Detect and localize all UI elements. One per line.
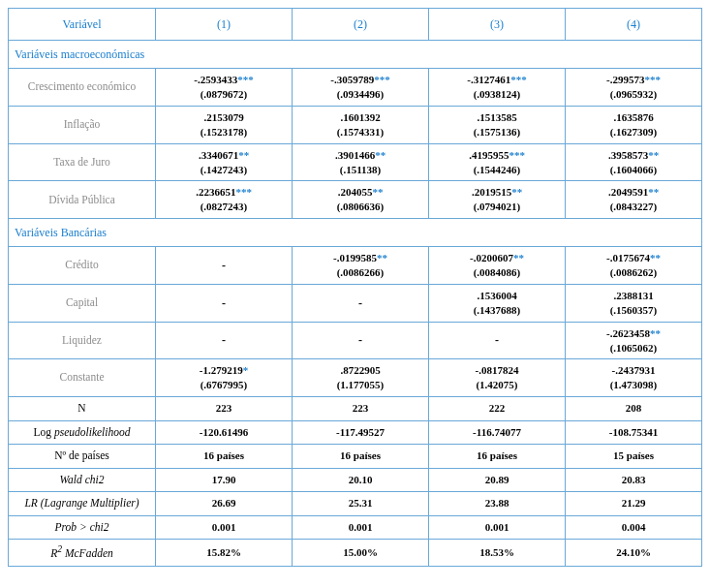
cell-lr-2: 25.31 <box>293 492 429 516</box>
cell-interest-2: .3901466**(.151138) <box>293 143 429 181</box>
cell-logpl-2: -117.49527 <box>293 420 429 445</box>
row-lr: LR (Lagrange Multiplier) 26.69 25.31 23.… <box>9 492 702 516</box>
cell-wald-1: 17.90 <box>156 468 293 492</box>
cell-capital-1: - <box>156 285 293 323</box>
row-credit: Crédito - -.0199585**(.0086266) -.020060… <box>9 247 702 285</box>
cell-interest-3: .4195955***(.1544246) <box>429 143 566 181</box>
section-bank-label: Variáveis Bancárias <box>9 219 702 247</box>
row-prob-label: Prob > chi2 <box>9 515 156 540</box>
row-logpl: Log pseudolikelihood -120.61496 -117.495… <box>9 420 702 445</box>
row-debt: Dívida Pública .2236651***(.0827243) .20… <box>9 181 702 219</box>
header-col-2: (2) <box>293 9 429 41</box>
cell-capital-3: .1536004(.1437688) <box>429 285 566 323</box>
cell-debt-1: .2236651***(.0827243) <box>156 181 293 219</box>
cell-logpl-1: -120.61496 <box>156 420 293 445</box>
cell-growth-4: -.299573***(.0965932) <box>566 69 702 107</box>
cell-debt-3: .2019515**(.0794021) <box>429 181 566 219</box>
cell-capital-4: .2388131(.1560357) <box>566 285 702 323</box>
cell-constant-3: -.0817824(1.42075) <box>429 359 566 397</box>
cell-inflation-1: .2153079(.1523178) <box>156 107 293 144</box>
cell-N-3: 222 <box>429 397 566 421</box>
header-col-4: (4) <box>566 9 702 41</box>
cell-inflation-3: .1513585(.1575136) <box>429 107 566 144</box>
row-growth: Crescimento económico -.2593433***(.0879… <box>9 69 702 107</box>
cell-countries-1: 16 países <box>156 445 293 469</box>
row-r2: R2 McFadden 15.82% 15.00% 18.53% 24.10% <box>9 540 702 566</box>
cell-debt-4: .2049591**(.0843227) <box>566 181 702 219</box>
row-credit-label: Crédito <box>9 247 156 285</box>
row-wald: Wald chi2 17.90 20.10 20.89 20.83 <box>9 468 702 492</box>
row-r2-label: R2 McFadden <box>9 540 156 566</box>
cell-prob-4: 0.004 <box>566 515 702 540</box>
section-bank: Variáveis Bancárias <box>9 219 702 247</box>
cell-credit-4: -.0175674**(.0086262) <box>566 247 702 285</box>
cell-liquidity-1: - <box>156 322 293 359</box>
row-prob: Prob > chi2 0.001 0.001 0.001 0.004 <box>9 515 702 540</box>
row-capital-label: Capital <box>9 285 156 323</box>
cell-constant-4: -.2437931(1.473098) <box>566 359 702 397</box>
cell-liquidity-3: - <box>429 322 566 359</box>
row-capital: Capital - - .1536004(.1437688) .2388131(… <box>9 285 702 323</box>
cell-N-1: 223 <box>156 397 293 421</box>
cell-logpl-4: -108.75341 <box>566 420 702 445</box>
row-inflation: Inflação .2153079(.1523178) .1601392(.15… <box>9 107 702 144</box>
row-constant-label: Constante <box>9 359 156 397</box>
cell-countries-2: 16 países <box>293 445 429 469</box>
row-wald-label: Wald chi2 <box>9 468 156 492</box>
cell-capital-2: - <box>293 285 429 323</box>
row-N-label: N <box>9 397 156 421</box>
row-countries-label: Nº de países <box>9 445 156 469</box>
cell-prob-2: 0.001 <box>293 515 429 540</box>
cell-prob-1: 0.001 <box>156 515 293 540</box>
row-lr-label: LR (Lagrange Multiplier) <box>9 492 156 516</box>
row-liquidity: Liquidez - - - -.2623458**(.1065062) <box>9 322 702 359</box>
cell-growth-1: -.2593433***(.0879672) <box>156 69 293 107</box>
cell-countries-4: 15 países <box>566 445 702 469</box>
cell-credit-3: -.0200607**(.0084086) <box>429 247 566 285</box>
row-logpl-label: Log pseudolikelihood <box>9 420 156 445</box>
row-inflation-label: Inflação <box>9 107 156 144</box>
section-macro-label: Variáveis macroeconómicas <box>9 41 702 69</box>
section-macro: Variáveis macroeconómicas <box>9 41 702 69</box>
row-interest: Taxa de Juro .3340671**(.1427243) .39014… <box>9 143 702 181</box>
cell-r2-3: 18.53% <box>429 540 566 566</box>
cell-r2-1: 15.82% <box>156 540 293 566</box>
cell-inflation-2: .1601392(.1574331) <box>293 107 429 144</box>
header-col-1: (1) <box>156 9 293 41</box>
cell-prob-3: 0.001 <box>429 515 566 540</box>
cell-interest-4: .3958573**(.1604066) <box>566 143 702 181</box>
cell-N-4: 208 <box>566 397 702 421</box>
cell-interest-1: .3340671**(.1427243) <box>156 143 293 181</box>
row-growth-label: Crescimento económico <box>9 69 156 107</box>
cell-debt-2: .204055**(.0806636) <box>293 181 429 219</box>
row-countries: Nº de países 16 países 16 países 16 país… <box>9 445 702 469</box>
row-constant: Constante -1.279219*(.6767995) .8722905(… <box>9 359 702 397</box>
row-interest-label: Taxa de Juro <box>9 143 156 181</box>
cell-N-2: 223 <box>293 397 429 421</box>
regression-table: Variável (1) (2) (3) (4) Variáveis macro… <box>8 8 702 567</box>
cell-wald-2: 20.10 <box>293 468 429 492</box>
header-col-3: (3) <box>429 9 566 41</box>
row-debt-label: Dívida Pública <box>9 181 156 219</box>
cell-liquidity-4: -.2623458**(.1065062) <box>566 322 702 359</box>
cell-lr-4: 21.29 <box>566 492 702 516</box>
cell-logpl-3: -116.74077 <box>429 420 566 445</box>
cell-wald-3: 20.89 <box>429 468 566 492</box>
cell-countries-3: 16 países <box>429 445 566 469</box>
cell-r2-4: 24.10% <box>566 540 702 566</box>
header-row: Variável (1) (2) (3) (4) <box>9 9 702 41</box>
cell-credit-2: -.0199585**(.0086266) <box>293 247 429 285</box>
cell-growth-3: -.3127461***(.0938124) <box>429 69 566 107</box>
cell-lr-1: 26.69 <box>156 492 293 516</box>
cell-inflation-4: .1635876(.1627309) <box>566 107 702 144</box>
cell-wald-4: 20.83 <box>566 468 702 492</box>
cell-r2-2: 15.00% <box>293 540 429 566</box>
cell-growth-2: -.3059789***(.0934496) <box>293 69 429 107</box>
cell-credit-1: - <box>156 247 293 285</box>
header-variable: Variável <box>9 9 156 41</box>
row-liquidity-label: Liquidez <box>9 322 156 359</box>
row-N: N 223 223 222 208 <box>9 397 702 421</box>
cell-lr-3: 23.88 <box>429 492 566 516</box>
cell-constant-2: .8722905(1.177055) <box>293 359 429 397</box>
cell-liquidity-2: - <box>293 322 429 359</box>
